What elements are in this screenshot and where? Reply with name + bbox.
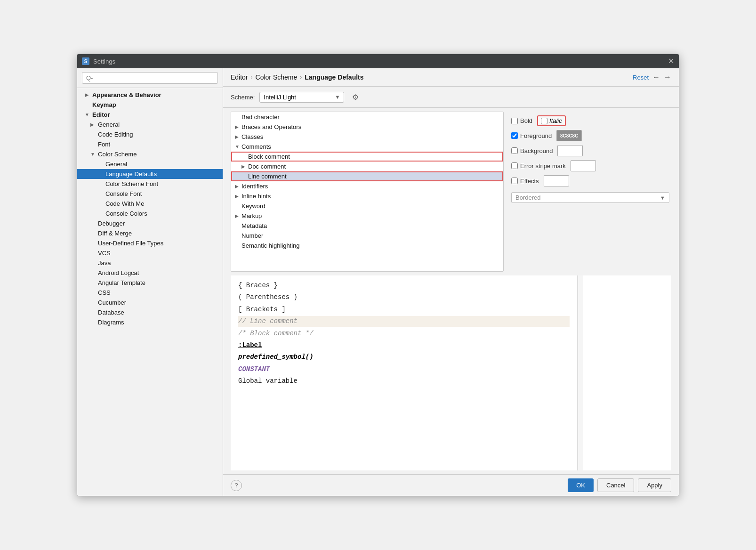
scheme-bar: Scheme: IntelliJ Light ▼ ⚙ (223, 87, 679, 108)
effects-type-row: Bordered ▼ (511, 192, 669, 203)
effects-checkbox[interactable] (511, 178, 518, 184)
ok-button[interactable]: OK (568, 478, 594, 492)
error-stripe-checkbox-label[interactable]: Error stripe mark (511, 162, 566, 170)
tree-item-bad-char[interactable]: Bad character (231, 112, 503, 122)
sidebar-item-diagrams[interactable]: Diagrams (77, 317, 223, 327)
breadcrumb-editor[interactable]: Editor (231, 73, 248, 81)
apply-button[interactable]: Apply (638, 478, 671, 492)
title-bar: S Settings ✕ (77, 54, 679, 68)
chevron-right-icon: ▶ (235, 194, 241, 199)
error-stripe-color-swatch[interactable] (571, 160, 596, 171)
main-content: ▶ Appearance & Behavior Keymap ▼ Editor … (77, 68, 679, 496)
nav-forward-button[interactable]: → (664, 73, 671, 81)
breadcrumb-sep-2: › (300, 74, 302, 81)
chevron-right-icon: ▶ (235, 213, 241, 218)
sidebar-item-vcs[interactable]: VCS (77, 248, 223, 258)
preview-braces: { Braces } (238, 280, 570, 291)
preview-parens: ( Parentheses ) (238, 292, 570, 302)
gear-button[interactable]: ⚙ (349, 90, 362, 104)
background-color-swatch[interactable] (557, 145, 583, 156)
sidebar-item-console-font[interactable]: Console Font (77, 189, 223, 199)
close-button[interactable]: ✕ (668, 57, 674, 65)
chevron-right-icon: ▶ (85, 92, 90, 97)
tree-item-markup[interactable]: ▶ Markup (231, 211, 503, 221)
effects-checkbox-label[interactable]: Effects (511, 178, 539, 185)
sidebar-item-color-scheme-font[interactable]: Color Scheme Font (77, 179, 223, 189)
sidebar-item-code-with-me[interactable]: Code With Me (77, 199, 223, 209)
effects-color-swatch[interactable] (544, 175, 569, 186)
chevron-down-icon: ▼ (85, 112, 90, 117)
preview-brackets: [ Brackets ] (238, 304, 570, 315)
sidebar-item-general[interactable]: ▶ General (77, 120, 223, 129)
breadcrumb-language-defaults[interactable]: Language Defaults (305, 73, 363, 81)
chevron-right-icon: ▶ (235, 134, 241, 139)
sidebar-item-editor[interactable]: ▼ Editor (77, 110, 223, 120)
scrollbar[interactable] (578, 275, 583, 470)
sidebar-item-database[interactable]: Database (77, 307, 223, 317)
app-icon: S (82, 57, 89, 65)
tree-item-identifiers[interactable]: ▶ Identifiers (231, 181, 503, 191)
chevron-down-icon: ▼ (235, 144, 241, 149)
italic-label: Italic (549, 117, 562, 124)
nav-back-button[interactable]: ← (652, 73, 660, 81)
scheme-label: Scheme: (231, 94, 255, 101)
chevron-down-icon: ▼ (90, 152, 96, 157)
foreground-checkbox[interactable] (511, 132, 518, 139)
sidebar-item-user-defined[interactable]: User-Defined File Types (77, 238, 223, 248)
sidebar-item-console-colors[interactable]: Console Colors (77, 209, 223, 218)
tree-item-number[interactable]: Number (231, 231, 503, 241)
sidebar-item-android-logcat[interactable]: Android Logcat (77, 268, 223, 278)
help-button[interactable]: ? (231, 480, 242, 491)
foreground-color-swatch[interactable]: 8C8C8C (556, 130, 582, 141)
sidebar-item-keymap[interactable]: Keymap (77, 100, 223, 110)
tree-item-comments[interactable]: ▼ Comments (231, 142, 503, 152)
bold-checkbox[interactable] (511, 118, 518, 124)
effects-type-dropdown[interactable]: Bordered ▼ (511, 192, 669, 203)
sidebar-item-angular[interactable]: Angular Template (77, 278, 223, 288)
tree-item-braces[interactable]: ▶ Braces and Operators (231, 122, 503, 132)
sidebar-item-appearance[interactable]: ▶ Appearance & Behavior (77, 90, 223, 100)
error-stripe-row: Error stripe mark (511, 160, 669, 171)
chevron-right-icon: ▶ (235, 124, 241, 129)
sidebar-item-code-editing[interactable]: Code Editing (77, 129, 223, 139)
bold-italic-row: Bold Italic (511, 115, 669, 126)
sidebar-item-cs-general[interactable]: General (77, 159, 223, 169)
sidebar-item-debugger[interactable]: Debugger (77, 218, 223, 228)
sidebar: ▶ Appearance & Behavior Keymap ▼ Editor … (77, 68, 223, 496)
italic-checkbox[interactable] (541, 118, 547, 124)
cancel-button[interactable]: Cancel (597, 478, 634, 492)
tree-item-classes[interactable]: ▶ Classes (231, 132, 503, 142)
search-input[interactable] (82, 72, 218, 84)
sidebar-item-font[interactable]: Font (77, 139, 223, 149)
foreground-checkbox-label[interactable]: Foreground (511, 132, 552, 139)
chevron-right-icon: ▶ (90, 122, 96, 127)
reset-button[interactable]: Reset (633, 74, 649, 81)
preview-line-comment: // Line comment (238, 316, 570, 326)
background-checkbox[interactable] (511, 147, 518, 154)
sidebar-item-diff-merge[interactable]: Diff & Merge (77, 228, 223, 238)
tree-item-keyword[interactable]: Keyword (231, 201, 503, 211)
background-checkbox-label[interactable]: Background (511, 147, 553, 154)
tree-item-line-comment[interactable]: Line comment (231, 171, 503, 181)
tree-item-inline-hints[interactable]: ▶ Inline hints (231, 191, 503, 201)
right-panel: Editor › Color Scheme › Language Default… (223, 68, 679, 496)
tree-item-metadata[interactable]: Metadata (231, 221, 503, 231)
error-stripe-checkbox[interactable] (511, 162, 518, 169)
italic-highlighted-area[interactable]: Italic (537, 115, 566, 126)
sidebar-item-color-scheme[interactable]: ▼ Color Scheme (77, 149, 223, 159)
sidebar-item-css[interactable]: CSS (77, 288, 223, 298)
sidebar-item-language-defaults[interactable]: Language Defaults (77, 169, 223, 179)
chevron-right-icon: ▶ (235, 184, 241, 189)
tree-item-block-comment[interactable]: Block comment (231, 152, 503, 162)
tree-item-semantic[interactable]: Semantic highlighting (231, 241, 503, 251)
tree-item-doc-comment[interactable]: ▶ Doc comment (231, 162, 503, 171)
sidebar-item-cucumber[interactable]: Cucumber (77, 298, 223, 307)
breadcrumb-color-scheme[interactable]: Color Scheme (256, 73, 298, 81)
bold-checkbox-label[interactable]: Bold (511, 117, 532, 124)
preview-container: { Braces } ( Parentheses ) [ Brackets ] … (238, 280, 570, 387)
scheme-tree: Bad character ▶ Braces and Operators ▶ C… (231, 112, 504, 272)
breadcrumb-bar: Editor › Color Scheme › Language Default… (223, 68, 679, 87)
preview-global: Global variable (238, 376, 570, 386)
scheme-dropdown[interactable]: IntelliJ Light ▼ (259, 92, 344, 103)
sidebar-item-java[interactable]: Java (77, 258, 223, 268)
